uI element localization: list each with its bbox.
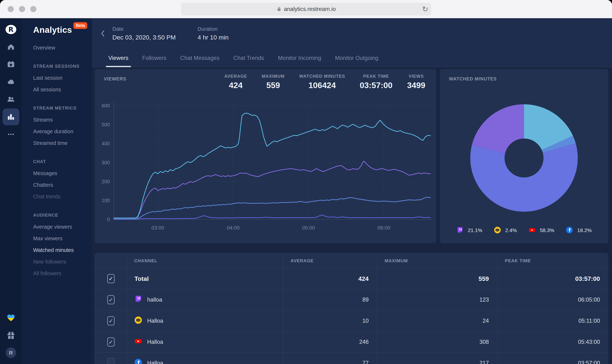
average-cell: 10 bbox=[283, 310, 377, 331]
channel-name: halloa bbox=[147, 297, 162, 303]
sidebar-brand: Analytics Beta bbox=[33, 25, 87, 35]
channel-name: Total bbox=[135, 275, 149, 282]
channel-cell: fHalloa bbox=[127, 352, 283, 364]
cloud-icon[interactable] bbox=[0, 73, 22, 91]
channel-wrap: Total bbox=[127, 275, 283, 282]
tab-chat-messages[interactable]: Chat Messages bbox=[180, 55, 219, 67]
svg-text:500: 500 bbox=[102, 122, 110, 127]
home-icon[interactable] bbox=[0, 38, 22, 56]
nav-section-header: STREAM SESSIONS bbox=[22, 60, 92, 72]
session-date: Date Dec 03, 2020, 3:50 PM bbox=[112, 26, 176, 41]
more-icon[interactable] bbox=[0, 126, 22, 143]
sidebar-item-average-viewers[interactable]: Average viewers bbox=[22, 221, 92, 233]
row-checkbox[interactable] bbox=[107, 358, 115, 364]
sidebar-item-all-sessions[interactable]: All sessions bbox=[22, 84, 92, 95]
table-row: ✓Total42455903:57:00 bbox=[95, 268, 608, 289]
average-cell: 77 bbox=[283, 352, 377, 364]
nav-section-header: STREAM METRICS bbox=[22, 102, 92, 114]
chevron-left-icon bbox=[100, 30, 106, 37]
channels-table-panel: CHANNELAVERAGEMAXIMUMPEAK TIME ✓Total424… bbox=[95, 253, 608, 364]
channel-wrap: Halloa bbox=[127, 316, 283, 325]
row-checkbox[interactable]: ✓ bbox=[107, 274, 115, 283]
window-controls[interactable] bbox=[8, 6, 36, 12]
url-bar[interactable]: analytics.restream.io ↻ bbox=[181, 3, 431, 15]
table-header-checkbox bbox=[95, 254, 127, 268]
tab-followers[interactable]: Followers bbox=[142, 55, 166, 67]
legend-item-facebook: f18.2% bbox=[566, 227, 592, 234]
svg-text:100: 100 bbox=[102, 198, 110, 203]
restream-logo[interactable]: R bbox=[0, 21, 22, 38]
analytics-icon[interactable] bbox=[0, 108, 22, 126]
maximum-cell: 123 bbox=[377, 289, 497, 310]
donut-slice-twitch bbox=[472, 104, 524, 153]
row-checkbox[interactable]: ✓ bbox=[107, 338, 115, 347]
sidebar-item-streams[interactable]: Streams bbox=[22, 114, 92, 126]
channel-name: Halloa bbox=[147, 339, 163, 345]
events-icon[interactable] bbox=[0, 56, 22, 73]
viewers-line-chart: 010020030040050060003:0004:0005:0006:00 bbox=[95, 69, 436, 243]
tab-monitor-outgoing[interactable]: Monitor Outgoing bbox=[335, 55, 378, 67]
peak-time-cell: 03:57:00 bbox=[497, 268, 608, 289]
youtube-icon bbox=[529, 227, 535, 234]
channels-table: CHANNELAVERAGEMAXIMUMPEAK TIME ✓Total424… bbox=[95, 253, 608, 364]
browser-chrome: analytics.restream.io ↻ bbox=[0, 0, 612, 18]
window-control-dot[interactable] bbox=[19, 6, 25, 12]
sidebar-item-last-session[interactable]: Last session bbox=[22, 72, 92, 84]
sidebar-item-watched-minutes[interactable]: Watched minutes bbox=[22, 244, 92, 256]
average-cell: 424 bbox=[283, 268, 377, 289]
watched-minutes-panel: WATCHED MINUTES 21.1%2.4%58.3%f18.2% bbox=[440, 69, 608, 243]
sidebar-item-messages[interactable]: Messages bbox=[22, 168, 92, 179]
gift-icon[interactable] bbox=[0, 326, 22, 344]
session-header: Date Dec 03, 2020, 3:50 PM Duration 4 hr… bbox=[92, 18, 612, 49]
row-checkbox[interactable]: ✓ bbox=[107, 295, 115, 304]
channel-wrap: Halloa bbox=[127, 338, 283, 347]
main-content: Date Dec 03, 2020, 3:50 PM Duration 4 hr… bbox=[92, 18, 612, 364]
content-area: VIEWERS AVERAGE424MAXIMUM559WATCHED MINU… bbox=[92, 67, 612, 364]
channel-name: Halloa bbox=[147, 360, 163, 364]
window-control-dot[interactable] bbox=[30, 6, 36, 12]
tab-monitor-incoming[interactable]: Monitor Incoming bbox=[278, 55, 321, 67]
average-cell: 89 bbox=[283, 289, 377, 310]
page-title: Analytics bbox=[33, 25, 72, 35]
channel-wrap: fHalloa bbox=[127, 359, 283, 364]
sidebar-item-chat-trends[interactable]: Chat trends bbox=[22, 191, 92, 202]
sidebar-item-all-followers[interactable]: All followers bbox=[22, 268, 92, 279]
legend-item-youtube: 58.3% bbox=[529, 227, 554, 234]
sidebar-nav-list: OverviewSTREAM SESSIONSLast sessionAll s… bbox=[22, 42, 92, 279]
table-header-maximum: MAXIMUM bbox=[377, 254, 497, 268]
checkbox-cell bbox=[95, 352, 127, 364]
sidebar-item-streamed-time[interactable]: Streamed time bbox=[22, 137, 92, 149]
channel-cell: Halloa bbox=[127, 331, 283, 352]
row-checkbox[interactable]: ✓ bbox=[107, 316, 115, 325]
svg-text:200: 200 bbox=[102, 179, 110, 184]
ukraine-heart-icon[interactable] bbox=[0, 309, 22, 326]
tab-chat-trends[interactable]: Chat Trends bbox=[233, 55, 264, 67]
beta-badge: Beta bbox=[73, 22, 87, 29]
table-header-peak-time: PEAK TIME bbox=[497, 254, 608, 268]
facebook-icon: f bbox=[566, 227, 573, 234]
sidebar-item-new-followers[interactable]: New followers bbox=[22, 256, 92, 268]
maximum-cell: 24 bbox=[377, 310, 497, 331]
sidebar-item-overview[interactable]: Overview bbox=[22, 42, 92, 53]
url-text: analytics.restream.io bbox=[284, 6, 336, 12]
window-control-dot[interactable] bbox=[8, 6, 14, 12]
table-header-row: CHANNELAVERAGEMAXIMUMPEAK TIME bbox=[95, 254, 608, 268]
legend-percent: 18.2% bbox=[577, 228, 592, 233]
avatar[interactable]: R bbox=[0, 344, 22, 362]
sidebar-item-max-viewers[interactable]: Max viewers bbox=[22, 233, 92, 244]
goodgame-icon bbox=[494, 227, 501, 234]
lock-icon bbox=[277, 6, 281, 12]
tab-viewers[interactable]: Viewers bbox=[108, 55, 128, 67]
reload-icon[interactable]: ↻ bbox=[422, 5, 428, 13]
sidebar: Analytics Beta OverviewSTREAM SESSIONSLa… bbox=[22, 18, 92, 364]
team-icon[interactable] bbox=[0, 91, 22, 108]
table-header-average: AVERAGE bbox=[283, 254, 377, 268]
facebook-icon: f bbox=[135, 359, 142, 364]
peak-time-cell: 05:43:00 bbox=[497, 331, 608, 352]
back-button[interactable] bbox=[97, 28, 108, 39]
sidebar-item-average-duration[interactable]: Average duration bbox=[22, 126, 92, 137]
donut-legend: 21.1%2.4%58.3%f18.2% bbox=[440, 227, 608, 234]
checkbox-cell: ✓ bbox=[95, 331, 127, 352]
sidebar-item-chatters[interactable]: Chatters bbox=[22, 179, 92, 191]
table-row: ✓Halloa102405:11:00 bbox=[95, 310, 608, 331]
